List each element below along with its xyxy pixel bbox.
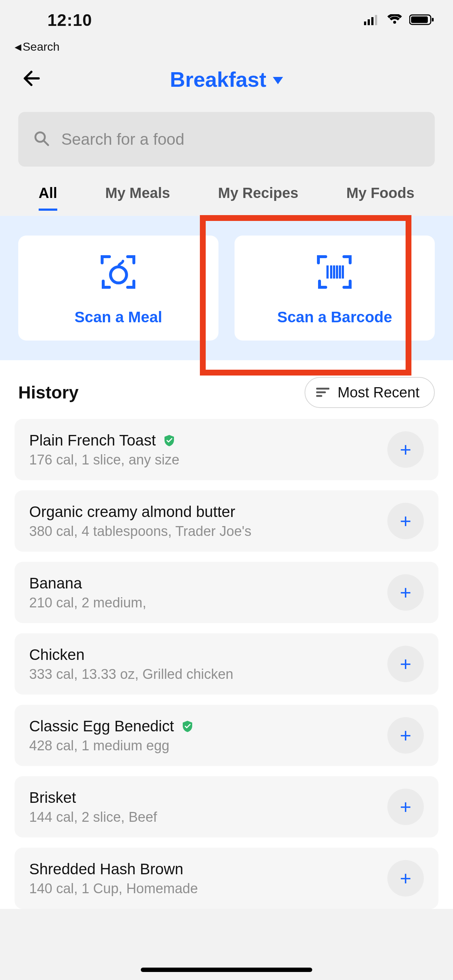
- arrow-left-icon: [22, 69, 41, 88]
- svg-rect-2: [371, 17, 373, 25]
- history-item-sub: 428 cal, 1 medium egg: [29, 738, 194, 754]
- status-bar: 12:10: [0, 0, 453, 40]
- verified-icon: [163, 434, 175, 447]
- wifi-icon: [387, 14, 403, 27]
- history-item-sub: 380 cal, 4 tablespoons, Trader Joe's: [29, 523, 251, 539]
- history-item-title: Chicken: [29, 646, 85, 663]
- back-to-app-label: Search: [22, 40, 59, 54]
- history-item[interactable]: Chicken 333 cal, 13.33 oz, Grilled chick…: [14, 633, 439, 695]
- svg-rect-5: [411, 16, 428, 23]
- svg-rect-3: [375, 15, 377, 25]
- tab-my-recipes[interactable]: My Recipes: [218, 178, 298, 211]
- history-item[interactable]: Brisket 144 cal, 2 slice, Beef +: [14, 776, 439, 837]
- history-item-title: Shredded Hash Brown: [29, 861, 183, 878]
- scan-meal-label: Scan a Meal: [74, 309, 162, 326]
- history-title: History: [18, 382, 78, 402]
- history-item-content: Organic creamy almond butter 380 cal, 4 …: [29, 503, 251, 539]
- history-item-sub: 333 cal, 13.33 oz, Grilled chicken: [29, 667, 233, 682]
- history-item-content: Plain French Toast 176 cal, 1 slice, any…: [29, 432, 179, 468]
- history-item[interactable]: Plain French Toast 176 cal, 1 slice, any…: [14, 419, 439, 480]
- history-item-title: Brisket: [29, 789, 76, 807]
- svg-rect-0: [364, 22, 366, 25]
- chevron-down-icon: [273, 77, 283, 84]
- plus-icon: +: [400, 438, 412, 461]
- search-icon: [33, 130, 50, 149]
- battery-icon: [409, 14, 435, 27]
- search-input[interactable]: [61, 130, 420, 148]
- add-food-button[interactable]: +: [388, 789, 424, 825]
- plus-icon: +: [400, 652, 412, 675]
- sort-button[interactable]: Most Recent: [305, 377, 435, 408]
- history-item-sub: 140 cal, 1 Cup, Homemade: [29, 881, 198, 897]
- history-item-sub: 176 cal, 1 slice, any size: [29, 452, 179, 468]
- history-item-title: Classic Egg Benedict: [29, 718, 174, 735]
- history-item-title: Banana: [29, 574, 82, 592]
- history-item-content: Chicken 333 cal, 13.33 oz, Grilled chick…: [29, 646, 233, 682]
- history-item-title: Plain French Toast: [29, 432, 156, 449]
- plus-icon: +: [400, 867, 412, 889]
- history-item-title: Organic creamy almond butter: [29, 503, 235, 520]
- back-button[interactable]: [22, 69, 41, 89]
- scan-meal-icon: [97, 250, 140, 295]
- svg-rect-6: [432, 18, 434, 22]
- add-food-button[interactable]: +: [388, 646, 424, 682]
- history-item[interactable]: Banana 210 cal, 2 medium, +: [14, 562, 439, 623]
- tab-my-foods[interactable]: My Foods: [346, 178, 415, 211]
- svg-line-8: [44, 141, 48, 145]
- home-indicator: [141, 967, 312, 972]
- tab-my-meals[interactable]: My Meals: [105, 178, 170, 211]
- history-item[interactable]: Classic Egg Benedict 428 cal, 1 medium e…: [14, 705, 439, 766]
- nav-bar: Breakfast: [0, 57, 453, 101]
- status-icons: [364, 10, 435, 27]
- tab-all[interactable]: All: [39, 178, 57, 211]
- page-title: Breakfast: [170, 67, 266, 92]
- history-item-sub: 210 cal, 2 medium,: [29, 595, 146, 611]
- highlight-overlay: [200, 215, 412, 375]
- history-list: Plain French Toast 176 cal, 1 slice, any…: [0, 419, 453, 909]
- sort-icon: [316, 384, 329, 401]
- plus-icon: +: [400, 581, 412, 604]
- add-food-button[interactable]: +: [388, 860, 424, 897]
- verified-icon: [181, 720, 194, 732]
- back-to-app[interactable]: ◀ Search: [0, 40, 453, 57]
- scan-meal-card[interactable]: Scan a Meal: [18, 235, 219, 340]
- back-triangle-icon: ◀: [14, 42, 21, 52]
- plus-icon: +: [400, 510, 412, 532]
- search-field[interactable]: [18, 112, 435, 167]
- clock: 12:10: [18, 10, 92, 30]
- cellular-icon: [364, 14, 380, 27]
- plus-icon: +: [400, 724, 412, 747]
- history-item-content: Banana 210 cal, 2 medium,: [29, 574, 146, 611]
- svg-rect-1: [368, 19, 370, 25]
- search-wrap: [0, 101, 453, 174]
- plus-icon: +: [400, 795, 412, 818]
- add-food-button[interactable]: +: [388, 503, 424, 539]
- add-food-button[interactable]: +: [388, 574, 424, 611]
- sort-label: Most Recent: [337, 384, 420, 401]
- svg-point-9: [110, 267, 126, 283]
- add-food-button[interactable]: +: [388, 431, 424, 468]
- history-item-sub: 144 cal, 2 slice, Beef: [29, 810, 157, 825]
- history-item-content: Classic Egg Benedict 428 cal, 1 medium e…: [29, 718, 194, 754]
- add-food-button[interactable]: +: [388, 717, 424, 754]
- category-tabs: All My Meals My Recipes My Foods: [0, 174, 453, 211]
- history-item-content: Brisket 144 cal, 2 slice, Beef: [29, 789, 157, 825]
- history-item[interactable]: Shredded Hash Brown 140 cal, 1 Cup, Home…: [14, 848, 439, 909]
- meal-selector[interactable]: Breakfast: [170, 67, 283, 92]
- history-item-content: Shredded Hash Brown 140 cal, 1 Cup, Home…: [29, 861, 198, 897]
- history-item[interactable]: Organic creamy almond butter 380 cal, 4 …: [14, 490, 439, 552]
